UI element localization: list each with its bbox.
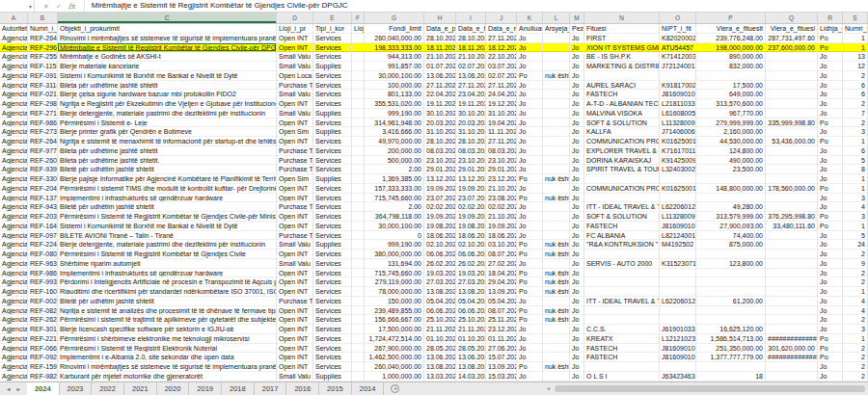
- cell[interactable]: Jo: [517, 146, 543, 156]
- cell[interactable]: Jo: [818, 165, 843, 174]
- cell[interactable]: REF-27301: [28, 127, 58, 137]
- cell[interactable]: Jo: [570, 184, 584, 194]
- cell[interactable]: REF-16003: [28, 287, 58, 297]
- cell[interactable]: Shërbime riparim automjeti: [58, 259, 277, 269]
- cell[interactable]: Small Valu: [277, 372, 313, 382]
- cell[interactable]: 1: [843, 174, 868, 184]
- cell[interactable]: ITT - IDEAL TRAVEL & TO: [584, 297, 660, 306]
- cell[interactable]: REF-09162: [28, 71, 58, 81]
- cell[interactable]: Lloj: [352, 24, 365, 34]
- cell[interactable]: Bileta për udhëtime jashtë shtetit: [58, 81, 277, 91]
- cell[interactable]: [766, 165, 818, 174]
- cell[interactable]: [696, 287, 766, 297]
- cell[interactable]: Po: [818, 212, 843, 222]
- cell[interactable]: Agjencia K: [0, 362, 28, 372]
- cell[interactable]: 124,800.00: [696, 146, 766, 156]
- cell[interactable]: Agjencia K: [0, 34, 28, 43]
- cell[interactable]: [352, 184, 365, 194]
- cell[interactable]: [766, 269, 818, 278]
- cell[interactable]: [660, 315, 696, 325]
- cell[interactable]: Jo: [517, 325, 543, 334]
- cell[interactable]: Jo: [517, 109, 543, 118]
- cell[interactable]: 30.10.2024: [424, 109, 456, 118]
- cell[interactable]: 13.06.2024: [456, 71, 486, 81]
- cell[interactable]: Po: [517, 287, 543, 297]
- cell[interactable]: 01.10.2024: [456, 334, 486, 344]
- cell[interactable]: 19.09.2024: [424, 212, 456, 222]
- cell[interactable]: 28.10.2024: [424, 34, 456, 43]
- sheet-tab-2014[interactable]: 2014: [352, 382, 385, 395]
- cell[interactable]: 198,333,333.00: [365, 43, 424, 53]
- cell[interactable]: 3: [843, 325, 868, 334]
- sheet-tab-2019[interactable]: 2019: [189, 382, 222, 395]
- cell[interactable]: 02.02.2024: [424, 202, 456, 212]
- cell[interactable]: 29.01.2024: [424, 165, 456, 174]
- cell[interactable]: [352, 297, 365, 306]
- cell[interactable]: 355,531,020.00: [365, 99, 424, 109]
- cell[interactable]: 1,724,472,514.00: [365, 334, 424, 344]
- cell[interactable]: Po: [818, 34, 843, 43]
- cell[interactable]: Jo: [818, 277, 843, 287]
- cell[interactable]: 02.10.2024: [424, 240, 456, 250]
- cell[interactable]: 01.07.2024: [424, 62, 456, 71]
- cell[interactable]: [584, 194, 660, 203]
- cell[interactable]: [543, 353, 570, 362]
- cell[interactable]: Services: [313, 99, 352, 109]
- column-header-N[interactable]: N: [584, 13, 660, 23]
- cell[interactable]: 313,579,999.00: [696, 212, 766, 222]
- cell[interactable]: Open INT: [277, 118, 313, 128]
- cell[interactable]: DORINA KARAISKAJ: [584, 156, 660, 166]
- cell[interactable]: [543, 43, 570, 53]
- cell[interactable]: nuk është: [543, 277, 570, 287]
- cell[interactable]: L11328009: [660, 212, 696, 222]
- cell[interactable]: Jo: [818, 231, 843, 241]
- column-header-K[interactable]: K: [517, 13, 543, 23]
- cell[interactable]: 23.08.2024: [486, 194, 517, 203]
- cell[interactable]: Lidhja_e_: [818, 24, 843, 34]
- cell[interactable]: Supplies: [313, 372, 352, 382]
- cell[interactable]: Open Sim: [277, 127, 313, 137]
- cell[interactable]: A-T-D - ALBANIAN TECH: [584, 99, 660, 109]
- cell[interactable]: [766, 194, 818, 203]
- cell[interactable]: J71406006: [660, 127, 696, 137]
- cell[interactable]: Blerje çelsa sigurie hardware bazuar mbi…: [58, 90, 277, 99]
- cell[interactable]: 999,190.00: [365, 240, 424, 250]
- cell[interactable]: Jo: [818, 127, 843, 137]
- cell[interactable]: nuk është: [543, 71, 570, 81]
- cell[interactable]: Supplies: [313, 240, 352, 250]
- cell[interactable]: 01.10.2024: [424, 334, 456, 344]
- cell[interactable]: REF-98219: [28, 372, 58, 382]
- cell[interactable]: Agjencia K: [0, 306, 28, 316]
- cell[interactable]: NIPT_i_fit: [660, 24, 696, 34]
- cell[interactable]: Ngritja e sistemit të analizës dhe proce…: [58, 306, 277, 316]
- cell[interactable]: Open INT: [277, 43, 313, 53]
- cell[interactable]: Agjencia K: [0, 315, 28, 325]
- cell[interactable]: REF-33081: [28, 174, 58, 184]
- cell[interactable]: Small Valu: [277, 109, 313, 118]
- cell[interactable]: Po: [517, 194, 543, 203]
- cell[interactable]: Jo: [570, 222, 584, 231]
- cell[interactable]: [766, 362, 818, 372]
- cell[interactable]: 3,416,666.00: [365, 127, 424, 137]
- cell[interactable]: 25.10.2024: [456, 315, 486, 325]
- cell[interactable]: Open INT: [277, 277, 313, 287]
- cell[interactable]: [766, 259, 818, 269]
- cell[interactable]: [352, 202, 365, 212]
- cell[interactable]: Open Sim: [277, 174, 313, 184]
- cell[interactable]: Jo: [818, 287, 843, 297]
- column-header-L[interactable]: L: [543, 13, 570, 23]
- sheet-tab-2015[interactable]: 2015: [319, 382, 352, 395]
- cell[interactable]: 5: [843, 156, 868, 166]
- cell[interactable]: [352, 240, 365, 250]
- cell[interactable]: ##############: [766, 334, 818, 344]
- cell[interactable]: 21.10.2024: [424, 52, 456, 62]
- cell[interactable]: 279,119,000.00: [365, 277, 424, 287]
- cell[interactable]: 287,731,497.60: [766, 34, 818, 43]
- cell[interactable]: Services: [313, 212, 352, 222]
- cell[interactable]: KALLFA: [584, 127, 660, 137]
- cell[interactable]: Agjencia K: [0, 71, 28, 81]
- cell[interactable]: Jo: [517, 34, 543, 43]
- cell[interactable]: Services: [313, 297, 352, 306]
- cell[interactable]: 2: [843, 250, 868, 259]
- cell[interactable]: 3: [843, 212, 868, 222]
